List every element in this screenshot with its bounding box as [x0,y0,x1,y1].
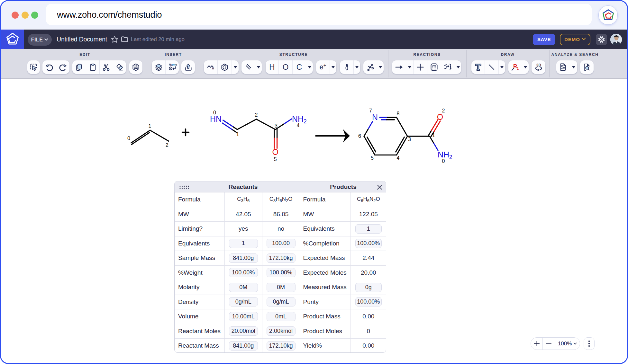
svg-text:N: N [372,113,378,122]
svg-text:0: 0 [213,110,216,115]
svg-text:2: 2 [442,108,445,113]
svg-text:0: 0 [442,158,445,164]
svg-text:4: 4 [297,123,300,128]
svg-text:n: n [212,66,214,70]
svg-text:7: 7 [369,108,372,113]
svg-text:5: 5 [371,155,374,161]
svg-text:3: 3 [408,137,411,142]
svg-text:1: 1 [149,123,151,129]
svg-text:0: 0 [127,136,130,141]
svg-text:5: 5 [274,156,277,162]
svg-text:NH2: NH2 [438,150,452,160]
svg-text:O: O [272,147,278,156]
svg-text:2: 2 [166,142,168,148]
svg-text:HN: HN [210,114,222,123]
svg-text:8: 8 [397,111,400,116]
svg-text:1: 1 [517,67,519,70]
svg-text:Name: Name [169,63,177,66]
svg-text:1: 1 [236,132,239,137]
svg-text:6: 6 [358,133,361,139]
svg-text:4: 4 [397,155,400,161]
svg-text:O: O [437,112,443,121]
svg-text:2: 2 [255,112,258,118]
svg-text:3: 3 [275,123,278,129]
svg-text:1: 1 [432,133,435,138]
